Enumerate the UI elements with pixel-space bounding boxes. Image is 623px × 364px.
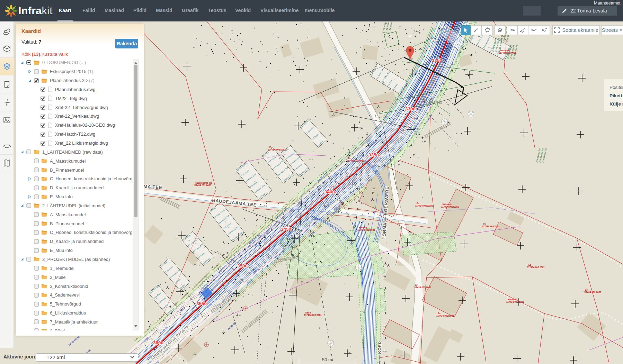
svg-text:Ee: Ee — [269, 146, 272, 148]
svg-text:Ee: Ee — [417, 202, 419, 204]
svg-text:117434:002:0081: 117434:002:0081 — [527, 266, 545, 269]
svg-text:117434:002:0081: 117434:002:0081 — [304, 314, 322, 316]
svg-text:117434:002:0081: 117434:002:0081 — [415, 204, 433, 207]
svg-text:117434:002:0081: 117434:002:0081 — [347, 160, 364, 162]
svg-text:3350: 3350 — [368, 152, 379, 157]
svg-text:117434:002:0081: 117434:002:0081 — [436, 315, 454, 317]
svg-text:3250: 3250 — [432, 58, 442, 63]
svg-text:Kalmistu: Kalmistu — [508, 298, 517, 301]
svg-text:117434:002:0081: 117434:002:0081 — [268, 148, 286, 151]
svg-text:117434:002:0081: 117434:002:0081 — [584, 291, 601, 293]
svg-text:117434:002:0081: 117434:002:0081 — [441, 206, 459, 208]
svg-text:Ee: Ee — [438, 312, 440, 315]
svg-text:117434:002:0081: 117434:002:0081 — [194, 184, 211, 186]
svg-text:Kase: Kase — [305, 311, 311, 314]
svg-text:Ee: Ee — [348, 157, 351, 160]
svg-text:3450: 3450 — [281, 227, 291, 232]
svg-text:117434:002:0081: 117434:002:0081 — [357, 229, 375, 231]
svg-text:Ee: Ee — [585, 289, 588, 291]
svg-text:Ee: Ee — [483, 223, 486, 225]
svg-text:3550: 3550 — [196, 301, 207, 306]
svg-text:3400: 3400 — [324, 189, 335, 194]
svg-text:3600: 3600 — [153, 340, 163, 345]
svg-text:3300: 3300 — [405, 106, 416, 111]
svg-text:veeteest: veeteest — [500, 49, 509, 52]
svg-text:3500: 3500 — [237, 263, 248, 269]
svg-text:Kalma: Kalma — [424, 99, 443, 105]
svg-text:Kadaka: Kadaka — [359, 226, 367, 229]
svg-text:Kalmistu: Kalmistu — [443, 203, 452, 206]
svg-text:117434:002:0081: 117434:002:0081 — [499, 52, 516, 54]
svg-text:Ee: Ee — [528, 264, 531, 266]
svg-text:Ee: Ee — [415, 284, 418, 286]
svg-text:117434:002:0081: 117434:002:0081 — [413, 286, 431, 289]
svg-text:117434:002:0081: 117434:002:0081 — [482, 225, 500, 228]
